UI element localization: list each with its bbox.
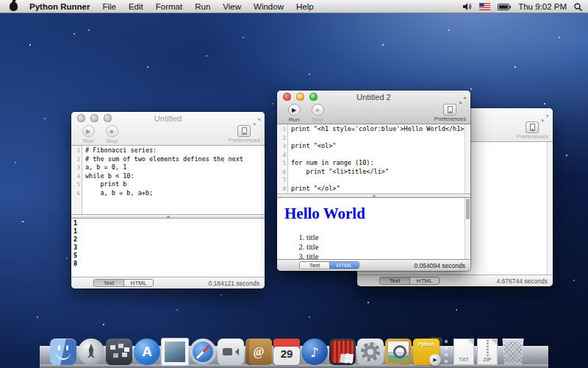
stop-icon: ■: [106, 125, 118, 138]
dock-icon[interactable]: 29: [273, 339, 300, 365]
dock: 29: [0, 330, 588, 368]
output-pane[interactable]: 112358: [71, 219, 265, 277]
dock-icon[interactable]: [106, 339, 132, 365]
menu-items: FileEditFormatRunViewWindowHelp: [102, 2, 313, 11]
menu-clock[interactable]: Thu 9:02 PM: [518, 2, 567, 11]
title-bar[interactable]: Untitled 2: [277, 91, 470, 103]
scrollbar[interactable]: [547, 142, 553, 275]
dock-icon[interactable]: [218, 339, 244, 365]
dock-icon[interactable]: [329, 339, 356, 365]
line-number: 7: [277, 176, 288, 185]
list-item: title: [306, 242, 463, 252]
code-line: 2 # the sum of two elements defines the …: [71, 155, 259, 164]
code-line: 8 print "</ol>": [277, 185, 465, 194]
window-untitled-2[interactable]: Untitled 2 ▶ Run ■ Stop: [277, 91, 470, 271]
output-mode-tabs: Text HTML: [93, 279, 154, 287]
tab-text[interactable]: Text: [300, 262, 329, 269]
output-line: 8: [74, 260, 265, 268]
menu-item[interactable]: Format: [156, 2, 182, 11]
code-text: # Fibonacci series:: [82, 146, 157, 155]
stop-button[interactable]: ■ Stop: [306, 104, 329, 123]
dock-icon[interactable]: [357, 339, 384, 365]
stop-button[interactable]: ■ Stop: [101, 125, 123, 144]
dock-icon[interactable]: [50, 339, 76, 365]
tab-html[interactable]: HTML: [409, 277, 439, 284]
dock-icon[interactable]: [301, 339, 328, 365]
menu-item[interactable]: Edit: [129, 2, 143, 11]
scrollbar-thumb[interactable]: [466, 199, 470, 219]
menu-item[interactable]: Help: [296, 2, 314, 11]
us-flag-icon[interactable]: [479, 3, 490, 10]
line-number: 3: [71, 163, 82, 172]
dock-icon[interactable]: [134, 339, 160, 365]
spotlight-icon[interactable]: [574, 3, 582, 11]
minimize-button[interactable]: [90, 114, 98, 122]
close-button[interactable]: [283, 93, 291, 101]
dock-icon-label: ZIP: [476, 357, 498, 362]
menu-item[interactable]: Run: [195, 2, 210, 11]
close-button[interactable]: [77, 114, 85, 122]
dock-icon[interactable]: [245, 339, 272, 365]
preferences-button[interactable]: Preferences: [229, 125, 260, 144]
zipper-detail: [487, 340, 489, 356]
dock-icon[interactable]: [441, 339, 451, 365]
dock-icon[interactable]: [500, 339, 526, 365]
toolbar: ▶ Run ■ Stop Preferences: [71, 124, 265, 145]
battery-icon[interactable]: [498, 4, 511, 10]
preferences-button[interactable]: Preferences: [434, 104, 466, 122]
run-button[interactable]: ▶ Run: [77, 125, 99, 144]
elapsed-time: 0.054094 seconds: [415, 262, 465, 269]
scrollbar[interactable]: [465, 124, 470, 194]
output-pane[interactable]: Hello World titletitletitletitletitletit…: [277, 198, 470, 259]
output-line: 1: [74, 219, 265, 227]
output-mode-tabs: Text HTML: [379, 277, 440, 285]
volume-icon[interactable]: [463, 3, 472, 10]
tab-text[interactable]: Text: [94, 280, 123, 286]
minimize-button[interactable]: [296, 93, 304, 101]
code-line: 5 for num in range (10):: [277, 159, 465, 168]
dock-icon[interactable]: [162, 339, 188, 365]
preferences-button[interactable]: Preferences: [517, 121, 548, 140]
menu-item[interactable]: View: [223, 2, 241, 11]
dock-icon[interactable]: Python: [413, 339, 440, 365]
code-editor[interactable]: 1 print "<h1 style='color:blue'>Hello Wo…: [277, 124, 470, 194]
code-line: 3 print "<ol>": [277, 142, 465, 151]
apple-menu-icon[interactable]: [10, 2, 18, 11]
code-text: [288, 134, 291, 143]
dock-icon[interactable]: ZIP: [476, 339, 498, 365]
zoom-button[interactable]: [104, 114, 112, 122]
code-editor[interactable]: 1 # Fibonacci series: 2 # the sum of two…: [71, 146, 265, 214]
line-number: 3: [277, 142, 288, 151]
dock-icon[interactable]: [78, 339, 104, 365]
rendered-heading: Hello World: [284, 205, 463, 223]
line-number: 2: [71, 155, 82, 164]
zoom-button[interactable]: [309, 93, 318, 101]
menu-item[interactable]: File: [102, 2, 116, 11]
code-text: print b: [82, 180, 126, 189]
run-button[interactable]: ▶ Run: [283, 104, 305, 123]
window-untitled[interactable]: Untitled ▶ Run ■ Stop: [71, 112, 265, 289]
code-text: print "<h1 style='color:blue'>Hello Worl…: [288, 125, 468, 134]
code-line: 3 a, b = 0, 1: [71, 163, 259, 172]
list-item: title: [306, 252, 463, 259]
splitter-handle-icon: [373, 195, 376, 197]
dock-icon[interactable]: [385, 339, 412, 365]
dock-icon[interactable]: TXT: [453, 339, 475, 365]
line-number: 1: [277, 125, 288, 134]
tab-text[interactable]: Text: [380, 277, 409, 284]
menu-app-name[interactable]: Python Runner: [29, 2, 90, 11]
code-text: print "<li>title</li>": [288, 168, 389, 177]
tab-html[interactable]: HTML: [123, 280, 153, 286]
output-line: 3: [74, 244, 265, 252]
title-bar[interactable]: Untitled: [71, 112, 265, 124]
dock-icon[interactable]: [190, 339, 216, 365]
code-text: a, b = b, a+b;: [82, 189, 153, 198]
scrollbar[interactable]: [465, 198, 470, 259]
line-number: 2: [277, 134, 288, 143]
code-text: for num in range (10):: [288, 159, 374, 168]
menu-bar: Python Runner FileEditFormatRunViewWindo…: [0, 0, 588, 13]
code-line: 4: [277, 151, 465, 160]
output-line: 1: [74, 227, 265, 236]
tab-html[interactable]: HTML: [329, 262, 359, 269]
menu-item[interactable]: Window: [254, 2, 284, 11]
